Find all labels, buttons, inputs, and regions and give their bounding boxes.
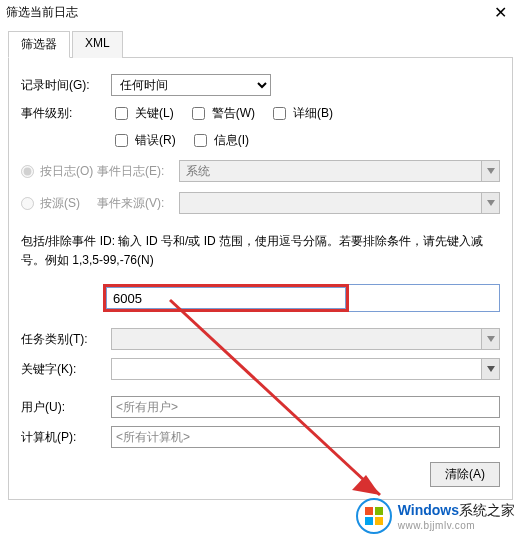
task-label: 任务类别(T): (21, 331, 111, 348)
check-critical[interactable] (115, 107, 128, 120)
close-icon[interactable]: ✕ (488, 3, 513, 22)
radio-by-source (21, 197, 34, 210)
event-log-value: 系统 (180, 163, 481, 180)
tab-bar: 筛选器 XML (8, 30, 513, 58)
computer-label: 计算机(P): (21, 429, 111, 446)
svg-rect-6 (375, 517, 383, 525)
event-log-label: 事件日志(E): (97, 163, 179, 180)
check-critical-label: 关键(L) (135, 105, 174, 122)
check-info[interactable] (194, 134, 207, 147)
check-verbose-label: 详细(B) (293, 105, 333, 122)
svg-rect-5 (365, 517, 373, 525)
logged-label: 记录时间(G): (21, 77, 111, 94)
task-dropdown (111, 328, 500, 350)
chevron-down-icon (481, 329, 499, 349)
event-log-dropdown: 系统 (179, 160, 500, 182)
computer-input[interactable] (111, 426, 500, 448)
window-title: 筛选当前日志 (6, 4, 78, 21)
user-input[interactable] (111, 396, 500, 418)
keywords-label: 关键字(K): (21, 361, 111, 378)
event-id-input-extra[interactable] (349, 284, 500, 312)
user-label: 用户(U): (21, 399, 111, 416)
tab-filter[interactable]: 筛选器 (8, 31, 70, 58)
watermark: Windows系统之家 www.bjjmlv.com (356, 498, 515, 534)
windows-logo-icon (356, 498, 392, 534)
event-source-label: 事件来源(V): (97, 195, 179, 212)
tab-content: 记录时间(G): 任何时间 事件级别: 关键(L) 警告(W) 详细(B) 错误… (8, 58, 513, 500)
keywords-dropdown[interactable] (111, 358, 500, 380)
chevron-down-icon (481, 161, 499, 181)
event-id-highlight (103, 284, 349, 312)
event-id-input[interactable] (106, 287, 346, 309)
check-info-label: 信息(I) (214, 132, 249, 149)
check-warning-label: 警告(W) (212, 105, 255, 122)
svg-rect-4 (375, 507, 383, 515)
check-error-label: 错误(R) (135, 132, 176, 149)
chevron-down-icon (481, 193, 499, 213)
level-label: 事件级别: (21, 105, 111, 122)
event-id-help: 包括/排除事件 ID: 输入 ID 号和/或 ID 范围，使用逗号分隔。若要排除… (21, 232, 500, 270)
svg-point-2 (357, 499, 391, 533)
clear-button[interactable]: 清除(A) (430, 462, 500, 487)
watermark-brand-prefix: Windows (398, 502, 459, 518)
svg-rect-3 (365, 507, 373, 515)
check-warning[interactable] (192, 107, 205, 120)
chevron-down-icon[interactable] (481, 359, 499, 379)
radio-by-log-label: 按日志(O) (40, 163, 93, 180)
check-verbose[interactable] (273, 107, 286, 120)
check-error[interactable] (115, 134, 128, 147)
radio-by-log (21, 165, 34, 178)
tab-xml[interactable]: XML (72, 31, 123, 58)
watermark-brand-suffix: 系统之家 (459, 502, 515, 518)
event-source-dropdown (179, 192, 500, 214)
watermark-url: www.bjjmlv.com (398, 520, 515, 531)
logged-select[interactable]: 任何时间 (111, 74, 271, 96)
radio-by-source-label: 按源(S) (40, 195, 80, 212)
